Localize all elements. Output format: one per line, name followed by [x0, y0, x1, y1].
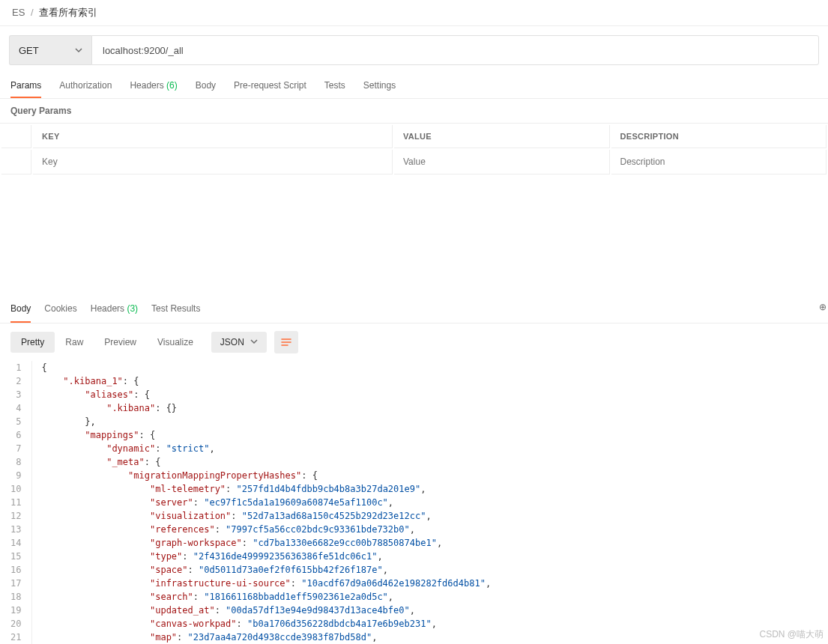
breadcrumb-root[interactable]: ES — [12, 7, 25, 18]
breadcrumb-current: 查看所有索引 — [39, 7, 97, 18]
view-visualize[interactable]: Visualize — [147, 332, 204, 353]
tab-params[interactable]: Params — [10, 74, 41, 98]
table-row[interactable] — [1, 150, 827, 174]
breadcrumb-sep: / — [31, 7, 34, 18]
wrap-lines-button[interactable] — [274, 331, 298, 353]
resp-tab-cookies[interactable]: Cookies — [44, 296, 76, 323]
chevron-down-icon — [75, 45, 82, 56]
params-table: KEY VALUE DESCRIPTION — [0, 123, 828, 176]
right-decoration: ⊕ — [819, 302, 827, 312]
resp-tab-headers[interactable]: Headers (3) — [91, 296, 138, 323]
watermark: CSDN @喵大萌 — [759, 628, 824, 641]
desc-input[interactable] — [620, 157, 818, 167]
breadcrumb: ES / 查看所有索引 — [0, 0, 828, 26]
value-input[interactable] — [403, 157, 600, 167]
request-tabs: ParamsAuthorizationHeaders (6)BodyPre-re… — [0, 74, 828, 99]
view-mode-row: PrettyRawPreviewVisualize JSON — [0, 323, 828, 361]
checkbox-header — [1, 125, 31, 148]
headers-count: (6) — [164, 80, 178, 91]
method-dropdown[interactable]: GET — [9, 35, 91, 65]
method-value: GET — [19, 45, 39, 56]
response-body[interactable]: 123456789101112131415161718192021 { ".ki… — [0, 361, 828, 644]
wrap-icon — [280, 337, 292, 347]
url-input[interactable] — [91, 35, 819, 65]
tab-authorization[interactable]: Authorization — [59, 74, 112, 98]
view-raw[interactable]: Raw — [55, 332, 94, 353]
format-value: JSON — [220, 337, 244, 347]
chevron-down-icon — [250, 337, 258, 347]
tab-pre-request-script[interactable]: Pre-request Script — [234, 74, 306, 98]
request-bar: GET — [0, 26, 828, 74]
desc-header: DESCRIPTION — [611, 125, 827, 148]
key-header: KEY — [33, 125, 393, 148]
resp-headers-count: (3) — [124, 303, 138, 314]
format-dropdown[interactable]: JSON — [211, 332, 267, 353]
tab-body[interactable]: Body — [196, 74, 216, 98]
tab-settings[interactable]: Settings — [363, 74, 396, 98]
key-input[interactable] — [42, 157, 383, 167]
tab-headers[interactable]: Headers (6) — [130, 74, 177, 98]
tab-tests[interactable]: Tests — [324, 74, 345, 98]
view-preview[interactable]: Preview — [94, 332, 147, 353]
response-tabs: BodyCookiesHeaders (3)Test Results — [0, 296, 828, 323]
view-pretty[interactable]: Pretty — [10, 332, 55, 353]
resp-tab-body[interactable]: Body — [10, 296, 31, 323]
value-header: VALUE — [394, 125, 610, 148]
query-params-header: Query Params — [0, 99, 828, 123]
resp-tab-test-results[interactable]: Test Results — [151, 296, 200, 323]
